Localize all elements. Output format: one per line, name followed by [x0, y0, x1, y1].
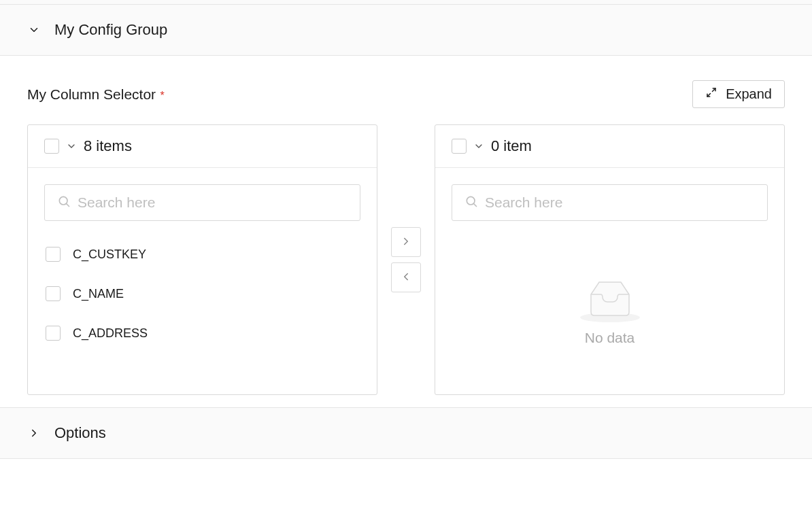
- options-section-header[interactable]: Options: [0, 407, 812, 459]
- move-right-button[interactable]: [391, 227, 421, 257]
- config-group-title: My Config Group: [54, 21, 167, 39]
- column-selector-header: My Column Selector * Expand: [27, 80, 785, 108]
- required-indicator: *: [160, 90, 165, 101]
- empty-state-label: No data: [585, 330, 635, 346]
- target-panel-header: 0 item: [435, 125, 784, 168]
- search-icon: [57, 194, 71, 211]
- source-select-all-checkbox[interactable]: [44, 139, 59, 154]
- move-left-button[interactable]: [391, 262, 421, 292]
- expand-button-label: Expand: [726, 86, 772, 102]
- config-group-content: My Column Selector * Expand: [0, 56, 812, 407]
- svg-line-5: [474, 204, 477, 207]
- empty-state: No data: [452, 235, 768, 386]
- svg-line-3: [67, 204, 69, 207]
- list-item[interactable]: C_ADDRESS: [44, 313, 360, 353]
- target-panel: 0 item: [435, 124, 785, 395]
- target-search-box: [452, 184, 768, 221]
- item-label: C_ADDRESS: [73, 326, 148, 341]
- source-search-input[interactable]: [78, 194, 348, 211]
- column-selector-label-wrap: My Column Selector *: [27, 86, 165, 103]
- chevron-right-icon: [27, 426, 41, 440]
- source-search-box: [44, 184, 360, 221]
- item-label: C_NAME: [73, 287, 124, 301]
- item-checkbox[interactable]: [46, 326, 61, 341]
- item-checkbox[interactable]: [46, 247, 61, 262]
- search-icon: [464, 194, 478, 211]
- chevron-down-icon[interactable]: [473, 141, 484, 152]
- list-item[interactable]: C_NAME: [44, 274, 360, 313]
- options-title: Options: [54, 424, 106, 442]
- expand-button[interactable]: Expand: [692, 80, 785, 108]
- config-group-header[interactable]: My Config Group: [0, 4, 812, 56]
- target-item-count: 0 item: [491, 137, 532, 155]
- target-search-input[interactable]: [485, 194, 755, 211]
- source-item-count: 8 items: [84, 137, 132, 155]
- item-checkbox[interactable]: [46, 286, 61, 301]
- dual-list-selector: 8 items C_CUSTKEY: [27, 124, 785, 395]
- chevron-left-icon: [400, 271, 412, 285]
- chevron-down-icon: [27, 23, 41, 37]
- source-panel: 8 items C_CUSTKEY: [27, 124, 377, 395]
- column-selector-label: My Column Selector: [27, 86, 156, 102]
- transfer-buttons: [391, 227, 421, 292]
- chevron-down-icon[interactable]: [66, 141, 77, 152]
- source-panel-body: C_CUSTKEY C_NAME C_ADDRESS: [28, 168, 377, 394]
- target-panel-body: No data: [435, 168, 784, 394]
- chevron-right-icon: [400, 235, 412, 250]
- list-item[interactable]: C_CUSTKEY: [44, 235, 360, 274]
- target-select-all-checkbox[interactable]: [452, 139, 467, 154]
- expand-icon: [705, 86, 717, 102]
- item-label: C_CUSTKEY: [73, 247, 146, 262]
- empty-inbox-icon: [580, 275, 640, 316]
- source-panel-header: 8 items: [28, 125, 377, 168]
